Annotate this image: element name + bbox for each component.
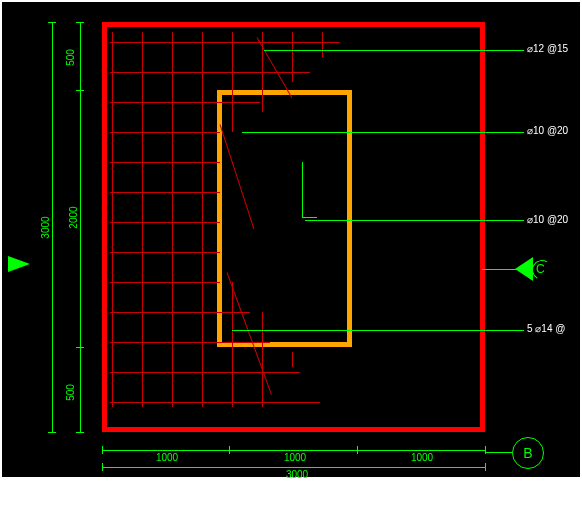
dim-line <box>102 467 485 468</box>
grid-line <box>110 162 220 163</box>
grid-line <box>110 132 220 133</box>
detail-line <box>302 217 317 218</box>
grid-line <box>172 32 173 407</box>
dim-value: 1000 <box>270 452 320 463</box>
dim-tick <box>357 446 358 454</box>
grid-line <box>110 252 220 253</box>
dim-value: 3000 <box>272 469 322 480</box>
dim-line <box>52 22 53 432</box>
grid-line <box>110 312 250 313</box>
grid-line <box>110 72 310 73</box>
rebar-note: ⌀12 @15 <box>527 43 568 54</box>
detail-line <box>302 162 303 217</box>
dim-tick <box>48 22 56 23</box>
dim-value: 3000 <box>40 216 51 238</box>
grid-line <box>110 282 220 283</box>
grid-line <box>110 342 270 343</box>
dim-value: 500 <box>65 49 76 66</box>
grid-line <box>322 32 323 57</box>
grid-bubble: B <box>512 437 544 469</box>
cad-viewport[interactable]: 500 2000 500 3000 1000 1000 1000 3000 ⌀1… <box>2 2 580 477</box>
dim-tick <box>76 22 84 23</box>
dim-value: 2000 <box>68 206 79 228</box>
dim-tick <box>102 446 103 454</box>
dim-tick <box>48 432 56 433</box>
dim-tick <box>485 463 486 471</box>
bubble-label: B <box>523 445 532 461</box>
grid-line <box>110 102 260 103</box>
section-marker-icon <box>515 257 533 281</box>
grid-line <box>232 282 233 407</box>
leader-line <box>242 132 524 133</box>
grid-line <box>142 32 143 407</box>
dim-tick <box>76 432 84 433</box>
dim-value: 1000 <box>142 452 192 463</box>
leader-line <box>305 220 524 221</box>
grid-line <box>292 32 293 82</box>
dim-value: 500 <box>65 384 76 401</box>
grid-line <box>110 402 320 403</box>
leader-line <box>232 330 524 331</box>
section-flag-icon <box>8 256 30 272</box>
grid-line <box>110 192 220 193</box>
rebar-note: ⌀10 @20 <box>527 125 568 136</box>
grid-line <box>110 222 220 223</box>
dim-line <box>102 450 485 451</box>
grid-line <box>110 372 300 373</box>
dim-tick <box>76 90 84 91</box>
grid-line <box>292 352 293 367</box>
opening-outline <box>217 90 352 347</box>
dim-tick <box>76 347 84 348</box>
rebar-note: ⌀10 @20 <box>527 214 568 225</box>
leader-line <box>264 50 524 51</box>
dim-value: 1000 <box>397 452 447 463</box>
rebar-note: 5 ⌀14 @ <box>527 323 565 334</box>
dim-tick <box>229 446 230 454</box>
axis-line <box>485 452 512 453</box>
grid-line <box>202 32 203 407</box>
grid-line <box>232 32 233 132</box>
dim-line <box>80 22 81 432</box>
dim-tick <box>102 463 103 471</box>
grid-line <box>112 32 113 407</box>
grid-line <box>110 42 340 43</box>
grid-line <box>262 312 263 407</box>
